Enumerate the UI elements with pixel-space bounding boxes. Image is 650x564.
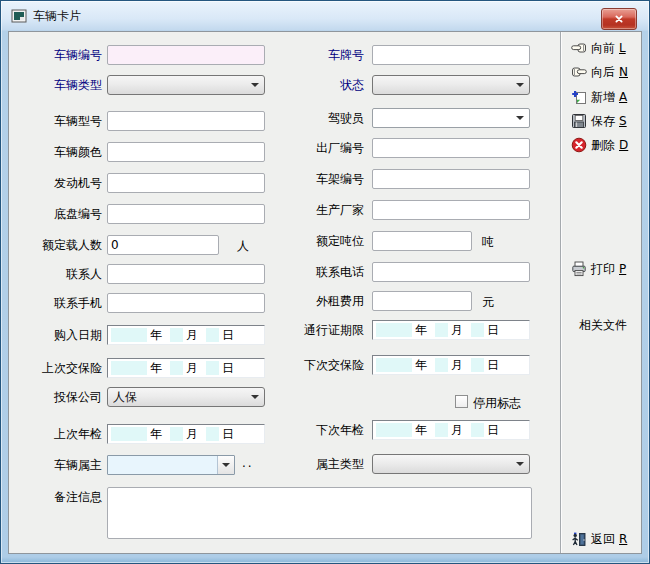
prev-record-label: 向前 — [591, 40, 615, 57]
permit-expiry-date-field[interactable]: 年 月 日 — [372, 320, 530, 340]
last-insurance-date-field[interactable]: 年 月 日 — [107, 358, 265, 378]
save-button[interactable]: 保存S — [563, 110, 643, 132]
save-key: S — [619, 114, 627, 128]
titlebar: 车辆卡片 — [1, 1, 649, 31]
vehicle-owner-label: 车辆属主 — [17, 458, 102, 473]
date-year-label: 年 — [412, 322, 430, 339]
date-year-label: 年 — [412, 422, 430, 439]
form-window-icon — [11, 8, 27, 24]
next-inspection-date-field[interactable]: 年 月 日 — [372, 420, 530, 440]
factory-no-input[interactable] — [372, 138, 530, 158]
vehicle-color-input[interactable] — [107, 142, 265, 162]
print-key: P — [619, 262, 626, 276]
prev-record-button[interactable]: 向前L — [563, 37, 643, 59]
rated-tonnage-input[interactable] — [372, 231, 472, 251]
date-segment — [111, 361, 147, 375]
contact-mobile-input[interactable] — [107, 293, 265, 313]
disabled-flag-checkbox[interactable] — [455, 395, 468, 408]
plate-no-label: 车牌号 — [279, 48, 364, 63]
last-inspection-date-field[interactable]: 年 月 日 — [107, 424, 265, 444]
date-segment — [471, 323, 484, 337]
purchase-date-field[interactable]: 年 月 日 — [107, 325, 265, 345]
insurance-company-select[interactable]: 人保 — [107, 387, 265, 407]
back-button[interactable]: 返回R — [563, 528, 643, 550]
chevron-down-icon — [516, 83, 524, 87]
hand-right-icon — [571, 64, 587, 80]
form-area: 车辆编号 车辆类型 车辆型号 车辆颜色 发动机号 底盘编号 额定载人数 人 联系… — [8, 31, 642, 554]
contact-phone-input[interactable] — [372, 262, 530, 282]
chassis-no-input[interactable] — [107, 204, 265, 224]
next-record-button[interactable]: 向后N — [563, 61, 643, 83]
date-month-label: 月 — [183, 426, 201, 443]
vehicle-owner-select[interactable] — [107, 455, 235, 475]
engine-no-input[interactable] — [107, 173, 265, 193]
vehicle-type-select[interactable] — [107, 75, 265, 95]
driver-label: 驾驶员 — [279, 111, 364, 126]
date-segment — [435, 323, 448, 337]
permit-expiry-label: 通行证期限 — [279, 323, 364, 338]
related-files-link[interactable]: 相关文件 — [563, 317, 643, 334]
prev-record-key: L — [619, 41, 626, 55]
date-segment — [170, 361, 183, 375]
owner-browse-button[interactable]: .. — [242, 456, 254, 470]
factory-no-label: 出厂编号 — [279, 141, 364, 156]
add-record-label: 新增 — [591, 89, 615, 106]
dropdown-arrow-button[interactable] — [217, 456, 234, 474]
rated-tonnage-label: 额定吨位 — [279, 234, 364, 249]
manufacturer-label: 生产厂家 — [279, 203, 364, 218]
vehicle-id-label: 车辆编号 — [17, 48, 102, 63]
add-record-button[interactable]: 新增A — [563, 86, 643, 108]
plate-no-input[interactable] — [372, 45, 530, 65]
owner-type-label: 属主类型 — [279, 457, 364, 472]
date-segment — [206, 427, 219, 441]
close-button[interactable] — [601, 8, 637, 30]
date-month-label: 月 — [448, 422, 466, 439]
rental-fee-input[interactable] — [372, 291, 472, 311]
disabled-flag-label: 停用标志 — [473, 395, 521, 412]
insurance-company-value: 人保 — [113, 389, 247, 406]
close-x-icon — [613, 13, 625, 25]
status-select[interactable] — [372, 75, 530, 95]
contact-person-input[interactable] — [107, 264, 265, 284]
vehicle-model-input[interactable] — [107, 111, 265, 131]
persons-unit: 人 — [237, 238, 249, 255]
print-button[interactable]: 打印P — [563, 258, 643, 280]
next-record-label: 向后 — [591, 64, 615, 81]
vehicle-model-label: 车辆型号 — [17, 114, 102, 129]
contact-person-label: 联系人 — [17, 267, 102, 282]
date-day-label: 日 — [219, 426, 237, 443]
date-segment — [435, 358, 448, 372]
manufacturer-input[interactable] — [372, 200, 530, 220]
printer-icon — [571, 261, 587, 277]
frame-no-input[interactable] — [372, 169, 530, 189]
next-insurance-label: 下次交保险 — [279, 358, 364, 373]
date-day-label: 日 — [484, 422, 502, 439]
window-title: 车辆卡片 — [33, 8, 81, 25]
next-insurance-date-field[interactable]: 年 月 日 — [372, 355, 530, 375]
status-label: 状态 — [279, 78, 364, 93]
date-segment — [376, 323, 412, 337]
remarks-textarea[interactable] — [107, 487, 532, 539]
engine-no-label: 发动机号 — [17, 176, 102, 191]
rated-passengers-input[interactable] — [107, 235, 219, 255]
date-segment — [170, 328, 183, 342]
tons-unit: 吨 — [482, 234, 494, 251]
contact-mobile-label: 联系手机 — [17, 296, 102, 311]
chevron-down-icon — [251, 83, 259, 87]
delete-button[interactable]: 删除D — [563, 134, 643, 156]
driver-select[interactable] — [372, 108, 530, 128]
chevron-down-icon — [251, 395, 259, 399]
print-label: 打印 — [591, 261, 615, 278]
date-year-label: 年 — [147, 426, 165, 443]
contact-phone-label: 联系电话 — [279, 265, 364, 280]
delete-label: 删除 — [591, 137, 615, 154]
rated-passengers-label: 额定载人数 — [17, 238, 102, 253]
owner-type-select[interactable] — [372, 454, 530, 474]
date-segment — [471, 358, 484, 372]
exit-door-icon — [571, 531, 587, 547]
date-segment — [206, 361, 219, 375]
date-segment — [206, 328, 219, 342]
date-year-label: 年 — [147, 327, 165, 344]
vehicle-id-input[interactable] — [107, 45, 265, 65]
date-year-label: 年 — [412, 357, 430, 374]
